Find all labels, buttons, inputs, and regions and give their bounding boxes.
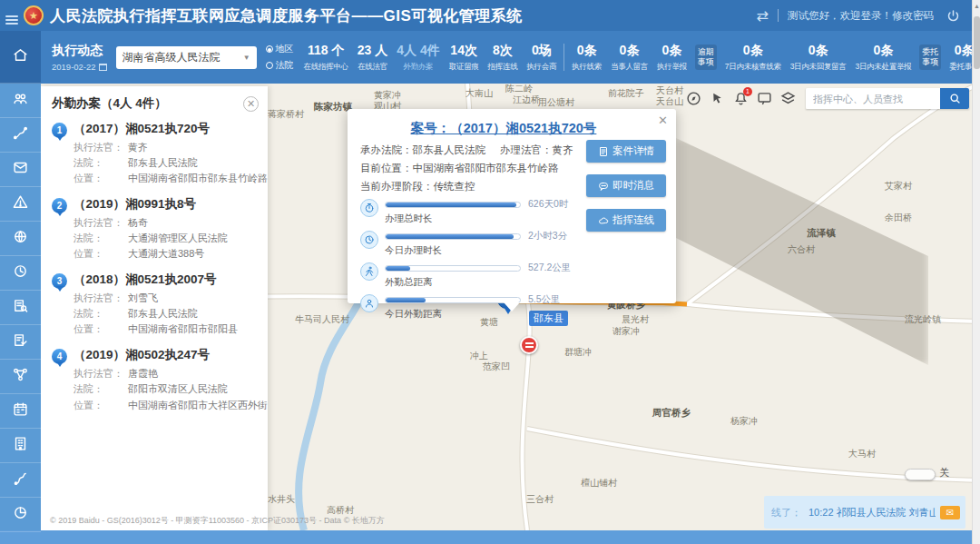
- stat-item-12[interactable]: 0条3日内未处置举报: [850, 43, 916, 73]
- compass-icon[interactable]: [686, 91, 701, 106]
- stat-section-badge: 委托事项: [919, 45, 941, 70]
- sidebar-item-history[interactable]: [0, 256, 41, 291]
- sidebar-item-monitor[interactable]: [0, 222, 41, 256]
- notification-badge: 1: [743, 87, 752, 96]
- sidebar-item-route[interactable]: [0, 463, 41, 498]
- sidebar-item-court-audit[interactable]: [0, 325, 41, 360]
- online-ticker[interactable]: 线了； 10:22 祁阳县人民法院 刘青山上线了； ✉: [764, 496, 965, 529]
- map-label: 谢家冲: [612, 325, 640, 338]
- stats-icon: [13, 505, 28, 524]
- sidebar-item-home[interactable]: [0, 31, 41, 84]
- progress-fill: [386, 234, 514, 239]
- map-search: [806, 88, 969, 109]
- stat-item-11[interactable]: 0条3日内未回复留言: [786, 43, 851, 73]
- progress-fill: [386, 298, 426, 302]
- stat-item-3[interactable]: 14次取证留痕: [445, 43, 484, 73]
- stat-item-0[interactable]: 118 个在线指挥中心: [299, 43, 353, 73]
- court-select[interactable]: 湖南省高级人民法院▼: [116, 46, 257, 69]
- court-search-icon: [13, 298, 28, 317]
- sidebar-item-alert[interactable]: [0, 187, 41, 222]
- popup-button-label: 即时消息: [612, 179, 654, 193]
- top-header: ★ 人民法院执行指挥互联网应急调度服务平台——GIS可视化管理系统 ⇄ 测试您好…: [0, 0, 980, 31]
- case-location-value: 中国湖南省邵阳市邵阳县: [128, 323, 238, 334]
- radio-court[interactable]: 法院: [266, 59, 294, 72]
- stat-label: 执行线索: [572, 62, 602, 73]
- module-date[interactable]: 2019-02-22: [52, 62, 107, 72]
- popup-close-icon[interactable]: ✕: [658, 114, 668, 127]
- scrollbar-thumb[interactable]: [974, 16, 980, 69]
- case-item[interactable]: 2（2019）湘0991执8号执行法官：杨奇法院：大通湖管理区人民法院位置：大通…: [52, 196, 259, 262]
- stat-item-6[interactable]: 0条执行线索: [567, 43, 606, 73]
- stat-label: 3日内未处置举报: [855, 62, 911, 73]
- search-input[interactable]: [806, 88, 940, 109]
- popup-button-cloud[interactable]: 指挥连线: [586, 209, 666, 232]
- stat-label: 指挥连线: [488, 62, 518, 73]
- progress-track: [385, 265, 521, 272]
- sidebar-item-stats[interactable]: [0, 498, 41, 532]
- stat-item-4[interactable]: 8次指挥连线: [484, 43, 523, 73]
- case-location-label: 位置：: [74, 398, 128, 413]
- metric-clock: 2小时3分今日办理时长: [360, 230, 665, 260]
- stat-item-2[interactable]: 4人 4件外勤办案: [392, 43, 444, 73]
- radio-dot: [266, 45, 273, 53]
- progress-track: [385, 297, 521, 303]
- case-item[interactable]: 3（2018）湘0521执2007号执行法官：刘雪飞法院：邵东县人民法院位置：中…: [52, 272, 259, 337]
- sidebar-item-court-search[interactable]: [0, 291, 41, 325]
- case-location-value: 中国湖南省邵阳市邵东县竹岭路: [128, 173, 268, 183]
- switch-icon[interactable]: ⇄: [757, 7, 769, 25]
- stat-value: 0条: [725, 43, 781, 59]
- welcome-text[interactable]: 测试您好，欢迎登录！修改密码: [788, 9, 934, 23]
- metric-bar-row: 2小时3分: [385, 230, 665, 242]
- map-toolbar: 1: [686, 88, 969, 109]
- stat-value: 4人 4件: [397, 43, 439, 59]
- sidebar-item-dispatch[interactable]: [0, 118, 41, 153]
- popup-case-title[interactable]: 案号：（2017）湘0521执720号: [369, 120, 638, 137]
- notification-bell-icon[interactable]: 1: [733, 91, 749, 106]
- sidebar-item-calendar[interactable]: [0, 394, 41, 429]
- building-icon: [13, 436, 28, 455]
- case-item[interactable]: 1（2017）湘0521执720号执行法官：黄齐法院：邵东县人民法院位置：中国湖…: [52, 121, 259, 186]
- map-label: 用公塘村: [538, 96, 574, 109]
- stat-item-5[interactable]: 0场执行会商: [522, 43, 561, 73]
- stat-value: 118 个: [304, 43, 348, 59]
- radio-region[interactable]: 地区: [266, 43, 294, 55]
- metric-bar-row: 527.2公里: [385, 262, 665, 274]
- stat-label: 外勤办案: [397, 62, 439, 73]
- module-block: 执行动态 2019-02-22: [52, 43, 107, 72]
- stat-value: 8次: [488, 43, 518, 59]
- layers-icon[interactable]: [780, 91, 796, 106]
- progress-fill: [386, 266, 410, 271]
- popup-button-doc[interactable]: 案件详情: [586, 140, 666, 163]
- stat-item-10[interactable]: 0条7日内未核查线索: [720, 43, 786, 73]
- page-scrollbar[interactable]: ▲: [972, 0, 980, 544]
- menu-icon[interactable]: [5, 15, 18, 25]
- stat-label: 在线法官: [358, 62, 387, 73]
- case-list: 1（2017）湘0521执720号执行法官：黄齐法院：邵东县人民法院位置：中国湖…: [52, 121, 259, 413]
- metric-bar-row: 5.5公里: [385, 293, 665, 306]
- metric-body: 527.2公里外勤总距离: [385, 262, 665, 292]
- metric-label: 外勤总距离: [385, 276, 665, 289]
- map-toggle-switch[interactable]: [905, 469, 936, 480]
- case-pin-marker: 3: [52, 273, 67, 289]
- select-cursor-icon[interactable]: [710, 91, 725, 106]
- stat-item-8[interactable]: 0条执行举报: [652, 43, 691, 73]
- panel-close-icon[interactable]: ✕: [243, 96, 259, 112]
- sidebar-item-team[interactable]: [0, 84, 41, 118]
- search-button[interactable]: [940, 88, 969, 109]
- scroll-up-arrow[interactable]: ▲: [974, 3, 980, 9]
- sidebar-item-mail[interactable]: [0, 153, 41, 187]
- alert-map-marker[interactable]: [520, 336, 538, 354]
- stat-item-14[interactable]: 0条委托事项: [945, 43, 973, 73]
- popup-button-chat[interactable]: 即时消息: [586, 174, 666, 197]
- sidebar-item-network[interactable]: [0, 360, 41, 394]
- sidebar-item-building[interactable]: [0, 429, 41, 463]
- case-item[interactable]: 4（2019）湘0502执247号执行法官：唐霞艳法院：邵阳市双清区人民法院位置…: [52, 347, 259, 412]
- logout-power-icon[interactable]: [946, 9, 960, 23]
- case-judge-value: 刘雪飞: [128, 292, 158, 303]
- case-judge-value: 杨奇: [128, 217, 148, 228]
- case-judge-label: 执行法官：: [74, 140, 128, 155]
- stat-item-1[interactable]: 23 人在线法官: [353, 43, 392, 73]
- mail-icon[interactable]: ✉: [940, 506, 960, 519]
- stat-item-7[interactable]: 0条当事人留言: [606, 43, 652, 73]
- message-icon[interactable]: [757, 91, 772, 106]
